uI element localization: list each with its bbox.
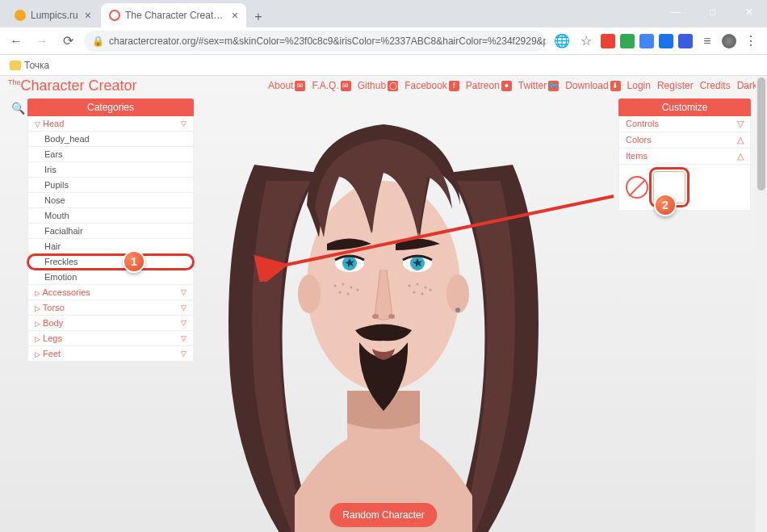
category-item-hair[interactable]: Hair [27,239,194,254]
favicon [15,10,26,21]
new-tab-button[interactable]: + [248,6,269,27]
svg-point-8 [334,285,337,287]
category-torso[interactable]: ▷ Torso▽ [27,300,194,316]
svg-point-9 [342,283,345,286]
category-item-body_head[interactable]: Body_head [27,132,194,147]
svg-point-16 [425,287,427,289]
category-item-pupils[interactable]: Pupils [27,178,194,193]
svg-point-18 [421,293,424,295]
ext-icon[interactable] [678,34,693,48]
svg-point-10 [350,287,353,289]
category-item-facialhair[interactable]: Facialhair [27,224,194,239]
bookmark-folder[interactable]: Точка [10,60,49,71]
category-legs[interactable]: ▷ Legs▽ [27,331,194,346]
chevron-icon: △ [737,151,744,161]
category-item-emotion[interactable]: Emotion [27,270,194,285]
svg-point-21 [388,314,395,319]
close-icon[interactable]: × [232,9,238,22]
folder-icon [10,61,21,70]
svg-point-11 [339,291,342,294]
ext-icon[interactable] [620,34,635,48]
close-window-button[interactable]: ✕ [731,0,767,24]
svg-point-13 [357,289,359,291]
avatar[interactable] [722,34,736,48]
ext-icon[interactable] [639,34,654,48]
browser-chrome: Lumpics.ru × The Character Creator - Bui… [0,0,767,76]
category-accessories[interactable]: ▷ Accessories▽ [27,285,194,300]
chevron-icon: ▽ [181,288,187,296]
svg-point-19 [430,289,432,291]
scroll-thumb[interactable] [757,77,765,191]
translate-icon[interactable]: 🌐 [552,31,572,51]
chevron-icon: ▽ [181,350,187,358]
categories-panel: Categories ▽ Head ▽ Body_headEarsIrisPup… [27,98,194,362]
tab-title: The Character Creator - Build vis... [125,10,225,21]
category-item-iris[interactable]: Iris [27,162,194,178]
category-item-ears[interactable]: Ears [27,147,194,162]
reload-button[interactable]: ⟳ [58,31,78,51]
menu-icon[interactable]: ⋮ [741,31,761,51]
items-box [618,165,751,211]
window-controls: — □ ✕ [658,0,767,24]
no-item-option[interactable] [626,176,648,199]
lock-icon: 🔒 [92,36,104,47]
chevron-icon: ▽ [181,304,187,312]
customize-controls[interactable]: Controls▽ [618,116,751,132]
character-svg [174,92,593,532]
ext-icon[interactable] [601,34,615,48]
category-item-nose[interactable]: Nose [27,193,194,208]
svg-point-20 [372,314,379,319]
tab-active[interactable]: The Character Creator - Build vis... × [101,3,246,27]
customize-items[interactable]: Items△ [618,149,751,165]
customize-panel: Customize Controls▽ Colors△ Items△ [618,98,751,211]
extension-icons: 🌐 ☆ ≡ ⋮ [552,31,761,51]
category-item-freckles[interactable]: Freckles [27,254,194,270]
categories-header: Categories [27,98,194,116]
tab-inactive[interactable]: Lumpics.ru × [6,3,99,27]
playlist-icon[interactable]: ≡ [698,31,717,51]
app-viewport: TheCharacter Creator About✉F.A.Q.✉Github… [0,76,767,532]
random-character-button[interactable]: Random Character [329,503,437,527]
minimize-button[interactable]: — [658,0,694,24]
bookmark-label: Точка [24,60,49,71]
scrollbar[interactable] [756,76,767,532]
category-item-mouth[interactable]: Mouth [27,208,194,224]
category-feet[interactable]: ▷ Feet▽ [27,346,194,362]
tab-title: Lumpics.ru [31,10,78,21]
bookmark-bar: Точка [0,55,767,76]
customize-colors[interactable]: Colors△ [618,132,751,149]
ext-icon[interactable] [659,34,673,48]
callout-badge-2: 2 [654,194,677,216]
svg-point-17 [413,291,416,294]
category-body[interactable]: ▷ Body▽ [27,316,194,331]
address-bar: ← → ⟳ 🔒 charactercreator.org/#sex=m&skin… [0,27,767,55]
callout-badge-1: 1 [123,250,145,273]
svg-point-14 [409,285,411,287]
chevron-icon: ▽ [181,319,187,327]
chevron-down-icon: ▽ [181,119,187,128]
tab-bar: Lumpics.ru × The Character Creator - Bui… [0,0,767,27]
svg-point-1 [298,274,321,313]
svg-point-12 [347,293,350,295]
chevron-icon: ▽ [181,334,187,342]
chevron-icon: △ [737,135,744,145]
category-head[interactable]: ▽ Head ▽ [27,116,194,132]
customize-header: Customize [618,98,751,116]
forward-button[interactable]: → [32,31,52,51]
svg-point-2 [446,274,469,313]
url-text: charactercreator.org/#sex=m&skinColor=%2… [109,36,546,47]
maximize-button[interactable]: □ [694,0,731,24]
back-button[interactable]: ← [6,31,26,51]
chevron-icon: ▽ [737,119,744,129]
svg-point-15 [417,283,419,286]
star-icon[interactable]: ☆ [576,31,596,51]
favicon [109,10,120,21]
search-icon[interactable]: 🔍 [11,102,25,115]
svg-point-3 [455,308,460,312]
url-input[interactable]: 🔒 charactercreator.org/#sex=m&skinColor=… [84,31,546,52]
close-icon[interactable]: × [85,9,91,22]
